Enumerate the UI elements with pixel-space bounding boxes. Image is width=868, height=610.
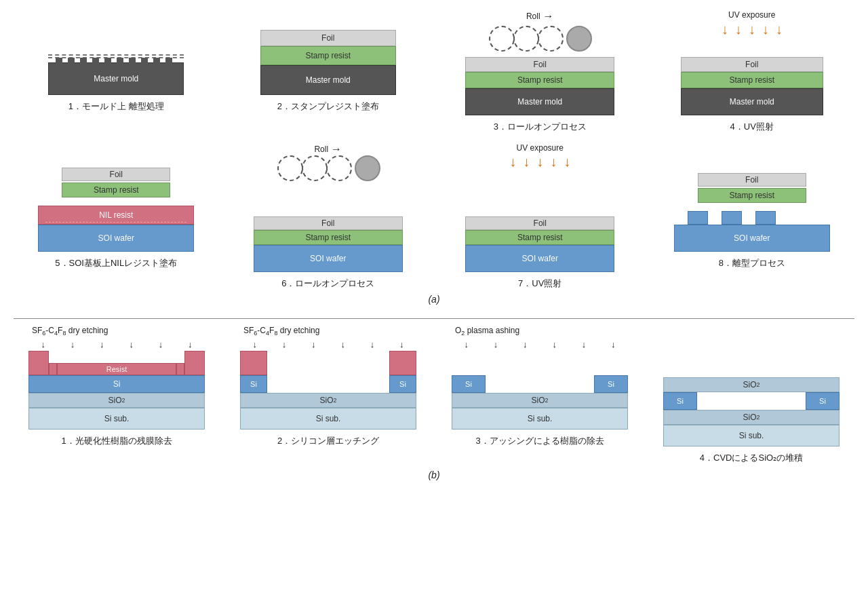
b2-arrow-3: ↓ — [311, 339, 316, 349]
b1-arrow-4: ↓ — [129, 339, 134, 349]
step-b2-label: 2．シリコン層エッチング — [277, 435, 379, 447]
step-a6: Roll → Foil Stamp resist SOI wafer — [233, 143, 423, 290]
step-b3-process-label: O2 plasma ashing — [452, 326, 628, 337]
b1-arrow-3: ↓ — [100, 339, 104, 349]
si-sub-layer-b2: Si sub. — [240, 408, 416, 430]
step-b1-label: 1．光硬化性樹脂の残膜除去 — [61, 435, 172, 447]
step-a7: UV exposure ↓ ↓ ↓ ↓ ↓ Foil Stamp resist … — [445, 143, 635, 290]
stamp-resist-layer-a8: Stamp resist — [698, 188, 806, 203]
soi-pattern-3 — [755, 211, 776, 225]
b1-arrow-1: ↓ — [41, 339, 45, 349]
foil-layer-a3: Foil — [465, 57, 614, 72]
stamp-resist-layer-a6: Stamp resist — [254, 230, 403, 245]
soi-pattern-1 — [688, 211, 708, 225]
step-a2-diagram: Foil Stamp resist Master mold — [247, 7, 410, 95]
uv-arrow-4: ↓ — [762, 22, 769, 37]
sio2-layer-b4: SiO2 — [663, 410, 840, 425]
stamp-resist-layer-a7: Stamp resist — [465, 230, 614, 245]
roll-circle-2 — [513, 26, 539, 52]
nil-resist-layer-a5: NIL resist — [38, 206, 194, 225]
section-a-row2: Foil Stamp resist NIL resist SOI wafer 5… — [14, 143, 854, 290]
step-b4: - SiO2 Si Si SiO2 Si sub. 4．CVDによるSi — [656, 326, 846, 464]
step-a4-label: 4．UV照射 — [730, 121, 774, 133]
step-a3: Roll → Foil Stamp resist Master mo — [445, 7, 635, 133]
roll-label-a6: Roll → — [314, 143, 342, 155]
si-block-b2-left: Si — [240, 375, 267, 393]
master-mold-layer-a4: Master mold — [681, 88, 823, 115]
step-a7-diagram: UV exposure ↓ ↓ ↓ ↓ ↓ Foil Stamp resist … — [458, 143, 621, 272]
uv-arrow-a7-3: ↓ — [536, 154, 543, 170]
si-block-b2-right: Si — [389, 375, 416, 393]
step-a8-label: 8．離型プロセス — [719, 257, 785, 269]
foil-layer-a7: Foil — [465, 216, 614, 230]
si-block-b4-right: Si — [806, 392, 840, 410]
si-layer-b1: Si — [28, 375, 205, 393]
b3-arrow-3: ↓ — [523, 339, 528, 349]
step-a4-diagram: UV exposure ↓ ↓ ↓ ↓ ↓ Foil Stamp resist … — [671, 7, 833, 115]
sio2-top-layer-b4: SiO2 — [663, 377, 840, 392]
roll-label-a3: Roll → — [526, 10, 554, 22]
step-a7-label: 7．UV照射 — [518, 278, 561, 290]
resist-block-b1-thin2 — [176, 363, 184, 375]
step-a6-label: 6．ロールオンプロセス — [281, 278, 374, 290]
uv-arrow-2: ↓ — [735, 22, 742, 37]
step-b1-process-label: SF6-C4F8 dry etching — [28, 326, 205, 337]
step-a8-diagram: Foil Stamp resist SOI wafer — [671, 143, 833, 252]
resist-label-b1: Resist — [57, 363, 176, 375]
soi-pattern-2 — [722, 211, 742, 225]
step-a1-diagram: Master mold — [35, 7, 197, 95]
b1-arrow-5: ↓ — [159, 339, 163, 349]
resist-b2-left — [240, 351, 267, 375]
step-a5: Foil Stamp resist NIL resist SOI wafer 5… — [21, 143, 211, 269]
uv-label-a7: UV exposure — [517, 143, 564, 153]
sio2-layer-b2: SiO2 — [240, 393, 416, 408]
soi-wafer-layer-a7: SOI wafer — [465, 245, 614, 272]
sio2-layer-b1: SiO2 — [28, 393, 205, 408]
b3-arrow-2: ↓ — [494, 339, 498, 349]
b3-arrow-6: ↓ — [611, 339, 616, 349]
step-a3-label: 3．ロールオンプロセス — [494, 121, 587, 133]
step-b3: O2 plasma ashing ↓ ↓ ↓ ↓ ↓ ↓ Si Si — [445, 326, 635, 447]
step-a8: Foil Stamp resist SOI wafer — [657, 143, 847, 269]
section-b: SF6-C4F8 dry etching ↓ ↓ ↓ ↓ ↓ ↓ — [14, 326, 854, 480]
step-a2: Foil Stamp resist Master mold 2．スタンプレジスト… — [233, 7, 423, 113]
step-b3-label: 3．アッシングによる樹脂の除去 — [475, 435, 604, 447]
step-b1: SF6-C4F8 dry etching ↓ ↓ ↓ ↓ ↓ ↓ — [22, 326, 212, 447]
stamp-resist-layer-a4: Stamp resist — [681, 72, 823, 88]
b3-arrow-1: ↓ — [464, 339, 469, 349]
section-a-row1: Master mold 1．モールド上 離型処理 Foil Stamp resi… — [14, 7, 854, 133]
section-a-caption: (a) — [14, 294, 854, 305]
main-container: Master mold 1．モールド上 離型処理 Foil Stamp resi… — [0, 0, 868, 491]
uv-arrow-5: ↓ — [776, 22, 783, 37]
step-a5-label: 5．SOI基板上NILレジスト塗布 — [55, 257, 177, 269]
roll-circle-a6-1 — [277, 155, 303, 181]
step-b4-process-label-empty: - — [663, 326, 840, 335]
step-a1: Master mold 1．モールド上 離型処理 — [21, 7, 211, 113]
roll-circle-a6-3 — [326, 155, 352, 181]
si-sub-layer-b3: Si sub. — [452, 408, 628, 430]
foil-layer-a8: Foil — [698, 173, 806, 187]
step-a1-label: 1．モールド上 離型処理 — [68, 100, 164, 113]
section-b-caption: (b) — [14, 470, 854, 480]
section-b-row: SF6-C4F8 dry etching ↓ ↓ ↓ ↓ ↓ ↓ — [14, 326, 854, 464]
b2-arrow-2: ↓ — [282, 339, 287, 349]
si-block-b4-left: Si — [663, 392, 697, 410]
sio2-layer-b3: SiO2 — [452, 393, 628, 408]
step-a3-diagram: Roll → Foil Stamp resist Master mo — [458, 7, 621, 115]
b2-arrow-1: ↓ — [252, 339, 257, 349]
b2-arrow-6: ↓ — [399, 339, 404, 349]
roll-solid — [566, 26, 592, 52]
roll-circle-a6-2 — [302, 155, 328, 181]
b2-arrow-4: ↓ — [340, 339, 345, 349]
master-mold-layer-a1: Master mold — [48, 62, 184, 95]
soi-wafer-layer-a5: SOI wafer — [38, 225, 194, 252]
step-b4-label: 4．CVDによるSiO₂の堆積 — [700, 452, 803, 464]
foil-layer-a6: Foil — [254, 216, 403, 230]
b1-arrow-2: ↓ — [71, 339, 75, 349]
step-b2: SF6-C4F8 dry etching ↓ ↓ ↓ ↓ ↓ ↓ — [233, 326, 423, 447]
resist-block-b1-2 — [184, 351, 205, 375]
foil-layer-a2: Foil — [260, 30, 396, 46]
si-block-b3-right: Si — [594, 375, 628, 393]
uv-arrow-1: ↓ — [722, 22, 728, 37]
uv-arrow-a7-5: ↓ — [564, 154, 570, 170]
